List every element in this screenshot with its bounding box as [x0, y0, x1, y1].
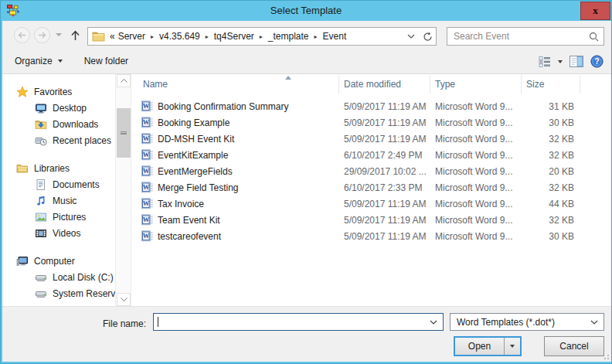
file-size-text: 32 KB	[522, 215, 580, 226]
open-split-button: Open	[454, 336, 522, 356]
change-view-button[interactable]	[539, 56, 551, 67]
sidebar-item-label: Pictures	[53, 212, 86, 223]
arrow-up-icon	[70, 30, 80, 41]
sidebar-item[interactable]: Computer	[2, 253, 115, 269]
svg-text:W: W	[143, 118, 150, 126]
sidebar-item[interactable]: Documents	[2, 176, 115, 192]
sidebar-item[interactable]: Desktop	[2, 100, 115, 116]
file-row[interactable]: W EventMergeFields 29/09/2017 10:02 ... …	[132, 163, 611, 179]
help-button[interactable]: ?	[590, 55, 604, 68]
breadcrumb-segment[interactable]: Server	[118, 31, 159, 42]
chevron-down-icon	[430, 320, 437, 325]
organize-button[interactable]: Organize	[15, 56, 63, 66]
sidebar-item-label: System Reserved	[53, 288, 115, 299]
preview-pane-button[interactable]	[570, 56, 583, 67]
svg-text:W: W	[143, 134, 150, 142]
file-row[interactable]: W Booking Example 5/09/2017 11:19 AM Mic…	[132, 114, 611, 131]
breadcrumb-segment[interactable]: Event	[323, 31, 347, 42]
file-row[interactable]: W testcareofevent 5/09/2017 11:19 AM Mic…	[132, 228, 611, 244]
sidebar-item[interactable]: System Reserved	[2, 285, 115, 301]
new-folder-label: New folder	[84, 56, 128, 66]
file-type-select[interactable]: Word Templates (*.dot*)	[450, 313, 604, 331]
scroll-up-button[interactable]	[117, 74, 131, 87]
sidebar-item[interactable]: Videos	[2, 225, 115, 241]
sidebar-item-label: Desktop	[53, 103, 87, 114]
column-header-name[interactable]: Name	[132, 75, 339, 94]
word-document-icon: W	[141, 198, 153, 209]
search-input[interactable]	[454, 31, 589, 42]
recent-locations-chevron-icon[interactable]	[56, 33, 62, 36]
scroll-down-button[interactable]	[117, 293, 131, 306]
breadcrumb-segment[interactable]: _template	[268, 31, 323, 42]
sidebar-item[interactable]: Downloads	[2, 116, 115, 132]
file-name-dropdown-button[interactable]	[424, 314, 443, 330]
file-row[interactable]: W Team Event Kit 5/09/2017 11:19 AM Micr…	[132, 212, 611, 228]
svg-text:W: W	[143, 183, 150, 191]
arrow-right-icon	[38, 32, 46, 39]
svg-text:W: W	[143, 216, 150, 223]
file-row[interactable]: W DD-MSH Event Kit 5/09/2017 11:19 AM Mi…	[132, 131, 611, 147]
sidebar-item-label: Downloads	[53, 119, 98, 130]
sidebar-item-icon	[35, 271, 47, 284]
breadcrumb-overflow[interactable]: «	[110, 31, 115, 42]
dialog-footer: File name: Word Templates (*.dot*) Open	[2, 306, 611, 362]
sidebar-item[interactable]: Pictures	[2, 209, 115, 225]
sidebar-item-icon	[35, 118, 47, 131]
breadcrumb-segment[interactable]: v4.35.649	[159, 31, 214, 42]
refresh-icon[interactable]	[423, 32, 433, 42]
close-button[interactable]: x	[580, 2, 610, 20]
up-button[interactable]	[67, 27, 83, 43]
chevron-down-icon	[585, 314, 604, 330]
file-name-text: Booking Example	[158, 117, 339, 128]
svg-text:W: W	[143, 167, 150, 175]
sidebar-item-icon	[35, 227, 47, 240]
view-dropdown-button[interactable]	[558, 60, 563, 63]
cancel-button[interactable]: Cancel	[544, 336, 604, 356]
command-toolbar: Organize New folder	[2, 49, 611, 74]
breadcrumb-segment[interactable]: tq4Server	[214, 31, 268, 42]
file-row[interactable]: W Merge Field Testing 6/10/2017 2:33 PM …	[132, 179, 611, 196]
file-rows: W Booking Confirmation Summary 5/09/2017…	[132, 94, 611, 244]
sidebar-item[interactable]: Recent places	[2, 132, 115, 148]
sidebar-item-label: Music	[53, 196, 76, 206]
sidebar-item[interactable]: Favorites	[2, 83, 115, 100]
forward-button[interactable]	[34, 27, 50, 43]
address-dropdown-icon[interactable]	[407, 34, 415, 39]
file-size-text: 32 KB	[522, 134, 580, 145]
back-button[interactable]	[14, 27, 30, 43]
open-dropdown-button[interactable]	[504, 338, 520, 355]
sidebar-item[interactable]: Libraries	[2, 160, 115, 176]
file-date-text: 29/09/2017 10:02 ...	[339, 166, 430, 177]
file-date-text: 5/09/2017 11:19 AM	[339, 199, 430, 209]
file-list: Name Date modified Type Size	[132, 74, 611, 306]
file-row[interactable]: W Tax Invoice 5/09/2017 11:19 AM Microso…	[132, 196, 611, 212]
resize-grip[interactable]	[601, 352, 609, 359]
file-size-text: 30 KB	[522, 117, 580, 128]
scrollbar-thumb[interactable]	[117, 108, 131, 158]
column-header-size[interactable]: Size	[522, 75, 580, 94]
title-bar: Select Template x	[1, 1, 611, 21]
column-headers: Name Date modified Type Size	[132, 74, 611, 94]
file-name-input[interactable]	[154, 314, 424, 330]
column-header-date-modified[interactable]: Date modified	[339, 75, 430, 94]
arrow-left-icon	[18, 32, 26, 39]
open-button[interactable]: Open	[455, 338, 504, 355]
sidebar-item-label: Local Disk (C:)	[53, 272, 114, 283]
new-folder-button[interactable]: New folder	[84, 56, 128, 66]
file-row[interactable]: W Booking Confirmation Summary 5/09/2017…	[132, 98, 611, 114]
help-icon: ?	[590, 55, 604, 68]
svg-text:W: W	[143, 102, 150, 110]
file-row[interactable]: W EventKitExample 6/10/2017 2:49 PM Micr…	[132, 147, 611, 163]
word-document-icon: W	[141, 149, 153, 161]
sidebar-item-label: Documents	[53, 179, 100, 190]
word-document-icon: W	[141, 100, 153, 112]
file-date-text: 6/10/2017 2:33 PM	[339, 182, 430, 193]
sidebar-item[interactable]: Music	[2, 192, 115, 209]
sidebar-item[interactable]: Local Disk (C:)	[2, 269, 115, 285]
address-bar[interactable]: « Serverv4.35.649tq4Server_templateEvent	[87, 27, 437, 46]
column-header-type[interactable]: Type	[430, 75, 522, 94]
file-name-text: EventMergeFields	[158, 166, 339, 177]
file-name-text: Booking Confirmation Summary	[158, 101, 339, 112]
sidebar-scrollbar[interactable]	[115, 74, 131, 306]
navigation-bar: « Serverv4.35.649tq4Server_templateEvent	[2, 21, 611, 49]
